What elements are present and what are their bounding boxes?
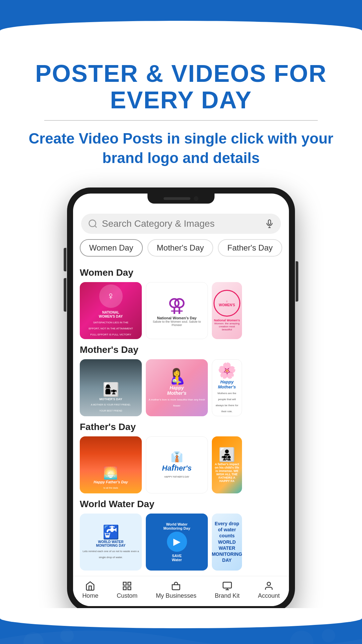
family-icon: 👨‍👧‍👦 xyxy=(215,447,239,463)
card-water-monitoring[interactable]: 🚰 WORLD WATERMONITORING DAY Lets remind … xyxy=(80,514,142,571)
hero-title: POSTER & VIDEOS FOR EVERY DAY xyxy=(20,60,342,113)
card-womens-pink[interactable]: ♀ NATIONALWOMEN'S DAY SATISFACTION LIES … xyxy=(80,282,142,339)
svg-line-1 xyxy=(95,226,97,227)
mother-silhouette-icon: 👩‍👧 xyxy=(91,382,131,397)
phone-side-btn-volume1 xyxy=(64,248,66,271)
circle-woman-icon: ♀ xyxy=(99,284,123,308)
home-icon xyxy=(85,581,95,591)
nav-home-label: Home xyxy=(82,592,98,599)
svg-point-15 xyxy=(290,631,313,644)
chip-fathers-day[interactable]: Father's Day xyxy=(218,239,282,257)
card-mothers-flower[interactable]: 🌸 HappyMother's Mothers are the people t… xyxy=(212,359,242,416)
card-womens-symbol[interactable]: ⚢ National Women's Day Salute to the Wom… xyxy=(146,282,208,339)
venus-symbol-icon: ⚢ xyxy=(168,294,186,316)
svg-rect-6 xyxy=(128,582,131,585)
svg-rect-8 xyxy=(123,587,126,590)
flower-icon: 🌸 xyxy=(215,362,239,379)
sun-icon: 🌅 xyxy=(94,466,128,480)
category-chips: Women Day Mother's Day Father's Day xyxy=(73,239,289,262)
bottom-wave-decoration xyxy=(0,622,362,644)
nav-businesses-label: My Businesses xyxy=(156,592,196,599)
hero-subtitle: Create Video Posts in single click with … xyxy=(20,129,342,167)
phone-screen: Women Day Mother's Day Father's Day Wome… xyxy=(73,194,289,606)
section-title-mothers: Mother's Day xyxy=(80,344,282,355)
search-icon xyxy=(88,219,98,229)
svg-point-14 xyxy=(60,629,74,642)
scroll-content: Women Day ♀ NATIONALWOMEN'S DAY SATISFAC… xyxy=(73,267,289,571)
hero-divider xyxy=(44,120,318,121)
phone-side-btn-power xyxy=(296,261,298,302)
svg-point-12 xyxy=(267,582,270,586)
card-water-drop[interactable]: Every dropof water countsWORLD WATERMONI… xyxy=(212,514,242,571)
mic-icon[interactable] xyxy=(265,219,274,228)
svg-point-16 xyxy=(322,629,335,642)
card-fathers-sunset[interactable]: 🌅 Happy Father's Day to all the dads xyxy=(80,436,142,493)
chip-mothers-day[interactable]: Mother's Day xyxy=(147,239,214,257)
svg-point-0 xyxy=(89,220,96,227)
phone-mockup: Women Day Mother's Day Father's Day Wome… xyxy=(67,187,295,612)
nav-brand-label: Brand Kit xyxy=(215,592,240,599)
section-title-women: Women Day xyxy=(80,267,282,278)
card-fathers-tie[interactable]: 👔 Hafher's HAPPY FATHER'S DAY xyxy=(146,436,208,493)
phone-notch xyxy=(147,194,215,204)
hug-emoji-icon: 🤱 xyxy=(148,367,205,385)
card-water-video[interactable]: World WaterMonitoring Day ▶ SAVEWater xyxy=(146,514,208,571)
svg-rect-5 xyxy=(123,582,126,585)
nav-businesses[interactable]: My Businesses xyxy=(156,581,196,599)
water-day-cards: 🚰 WORLD WATERMONITORING DAY Lets remind … xyxy=(80,514,282,571)
account-icon xyxy=(264,581,274,591)
womens-big-circle: ♀WOMEN'S xyxy=(214,290,240,317)
phone-side-btn-volume2 xyxy=(64,278,66,312)
nav-custom[interactable]: Custom xyxy=(117,581,137,599)
mothers-day-cards: 👩‍👧 MOTHER'S DAY A MOTHER IS YOUR FIRST … xyxy=(80,359,282,416)
bottom-footer-bg xyxy=(0,609,362,644)
businesses-icon xyxy=(171,581,181,591)
nav-account[interactable]: Account xyxy=(258,581,280,599)
nav-custom-label: Custom xyxy=(117,592,137,599)
top-header-bg xyxy=(0,0,362,40)
phone-section: Women Day Mother's Day Father's Day Wome… xyxy=(0,174,362,612)
search-bar[interactable] xyxy=(81,214,281,234)
svg-rect-7 xyxy=(128,587,131,590)
chip-women-day[interactable]: Women Day xyxy=(80,239,143,257)
svg-rect-2 xyxy=(268,220,271,224)
search-input[interactable] xyxy=(102,218,261,229)
screen-content: Women Day Mother's Day Father's Day Wome… xyxy=(73,194,289,606)
card-womens-pink-circle[interactable]: ♀WOMEN'S National Women's Women: the ama… xyxy=(212,282,242,339)
play-button[interactable]: ▶ xyxy=(167,532,187,552)
fathers-day-cards: 🌅 Happy Father's Day to all the dads 👔 H… xyxy=(80,436,282,493)
women-day-cards: ♀ NATIONALWOMEN'S DAY SATISFACTION LIES … xyxy=(80,282,282,339)
card-mothers-hug[interactable]: 🤱 HappyMother's A mother's love is more … xyxy=(146,359,208,416)
nav-home[interactable]: Home xyxy=(82,581,98,599)
nav-account-label: Account xyxy=(258,592,280,599)
nav-brand[interactable]: Brand Kit xyxy=(215,581,240,599)
svg-rect-9 xyxy=(223,582,231,588)
water-tap-icon: 🚰 xyxy=(82,524,139,540)
tie-emoji-icon: 👔 xyxy=(162,451,192,463)
section-title-fathers: Father's Day xyxy=(80,422,282,432)
card-fathers-family[interactable]: 👨‍👧‍👦 A father's impact on his child's l… xyxy=(212,436,242,493)
section-title-water: World Water Day xyxy=(80,499,282,509)
bottom-nav: Home Custom My Businesses xyxy=(73,576,289,606)
custom-icon xyxy=(122,581,132,591)
card-mothers-silhouette[interactable]: 👩‍👧 MOTHER'S DAY A MOTHER IS YOUR FIRST … xyxy=(80,359,142,416)
hero-section: POSTER & VIDEOS FOR EVERY DAY Create Vid… xyxy=(0,40,362,174)
brand-kit-icon xyxy=(222,581,232,591)
